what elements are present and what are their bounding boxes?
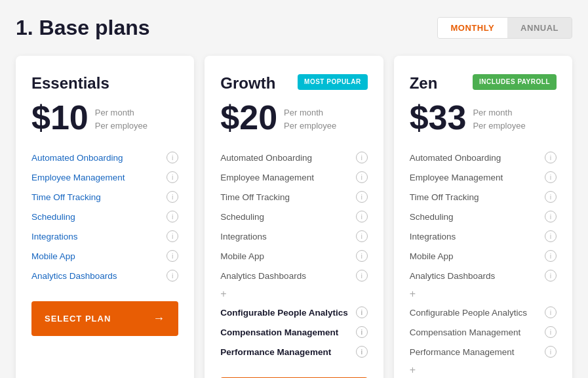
arrow-icon: → (153, 312, 165, 326)
features-list-zen: Automated Onboarding i Employee Manageme… (410, 148, 557, 378)
feature-item: Employee Management i (220, 167, 367, 187)
feature-item[interactable]: Time Off Tracking i (31, 187, 178, 207)
price-details-essentials: Per month Per employee (95, 106, 147, 135)
features-list-essentials: Automated Onboarding i Employee Manageme… (31, 148, 178, 285)
feature-item: Configurable People Analytics i (220, 303, 367, 322)
plans-grid: Essentials $10 Per month Per employee Au… (16, 56, 572, 378)
page-header: 1. Base plans MONTHLY ANNUAL (16, 16, 572, 40)
plan-price-row-growth: $20 Per month Per employee (220, 100, 367, 135)
plan-header-essentials: Essentials (31, 74, 178, 93)
feature-item: Automated Onboarding i (220, 148, 367, 167)
info-icon[interactable]: i (356, 211, 368, 222)
feature-item: Mobile App i (410, 246, 557, 266)
plan-name-essentials: Essentials (31, 74, 109, 93)
feature-item: Compensation Management i (220, 322, 367, 342)
info-icon[interactable]: i (356, 346, 368, 358)
info-icon[interactable]: i (356, 171, 368, 183)
feature-item: Integrations i (220, 226, 367, 246)
info-icon[interactable]: i (545, 230, 557, 242)
plus-separator-2: + (410, 362, 557, 378)
feature-item[interactable]: Scheduling i (31, 207, 178, 226)
info-icon[interactable]: i (167, 152, 178, 163)
feature-item[interactable]: Mobile App i (31, 246, 178, 266)
monthly-toggle[interactable]: MONTHLY (438, 18, 508, 38)
info-icon[interactable]: i (356, 250, 368, 262)
info-icon[interactable]: i (356, 152, 368, 163)
feature-item: Performance Management i (220, 342, 367, 362)
plan-price-essentials: $10 (31, 100, 88, 135)
plan-name-growth: Growth (220, 74, 275, 93)
page-title: 1. Base plans (16, 16, 150, 40)
feature-item: Employee Management i (410, 167, 557, 187)
plan-card-growth: Growth MOST POPULAR $20 Per month Per em… (205, 56, 383, 378)
info-icon[interactable]: i (167, 211, 178, 222)
plan-header-zen: Zen INCLUDES PAYROLL (410, 74, 557, 93)
price-details-growth: Per month Per employee (284, 106, 336, 135)
plan-name-zen: Zen (410, 74, 438, 93)
feature-item[interactable]: Analytics Dashboards i (31, 266, 178, 285)
badge-payroll: INCLUDES PAYROLL (473, 74, 557, 90)
feature-item: Compensation Management i (410, 322, 557, 342)
info-icon[interactable]: i (167, 270, 178, 282)
plan-card-essentials: Essentials $10 Per month Per employee Au… (16, 56, 194, 378)
plan-header-growth: Growth MOST POPULAR (220, 74, 367, 93)
plus-separator: + (410, 285, 557, 303)
plan-price-zen: $33 (410, 100, 467, 135)
info-icon[interactable]: i (545, 152, 557, 163)
info-icon[interactable]: i (545, 270, 557, 282)
feature-item: Time Off Tracking i (220, 187, 367, 207)
feature-item: Analytics Dashboards i (410, 266, 557, 285)
features-list-growth: Automated Onboarding i Employee Manageme… (220, 148, 367, 362)
plan-card-zen: Zen INCLUDES PAYROLL $33 Per month Per e… (394, 56, 572, 378)
feature-item[interactable]: Automated Onboarding i (31, 148, 178, 167)
badge-popular: MOST POPULAR (298, 74, 368, 90)
feature-item: Scheduling i (410, 207, 557, 226)
info-icon[interactable]: i (167, 191, 178, 203)
info-icon[interactable]: i (356, 270, 368, 282)
info-icon[interactable]: i (545, 191, 557, 203)
price-details-zen: Per month Per employee (473, 106, 525, 135)
feature-item: Integrations i (410, 226, 557, 246)
info-icon[interactable]: i (545, 306, 557, 318)
info-icon[interactable]: i (356, 230, 368, 242)
feature-item: Automated Onboarding i (410, 148, 557, 167)
feature-item: Time Off Tracking i (410, 187, 557, 207)
plan-price-row-zen: $33 Per month Per employee (410, 100, 557, 135)
feature-item[interactable]: Integrations i (31, 226, 178, 246)
feature-item: Mobile App i (220, 246, 367, 266)
info-icon[interactable]: i (356, 326, 368, 338)
info-icon[interactable]: i (545, 326, 557, 338)
feature-item: Analytics Dashboards i (220, 266, 367, 285)
info-icon[interactable]: i (167, 250, 178, 262)
feature-item: Performance Management i (410, 342, 557, 362)
info-icon[interactable]: i (545, 171, 557, 183)
info-icon[interactable]: i (356, 306, 368, 318)
feature-item: Configurable People Analytics i (410, 303, 557, 322)
select-plan-button-essentials[interactable]: SELECT PLAN → (31, 301, 178, 336)
plus-separator: + (220, 285, 367, 303)
info-icon[interactable]: i (545, 211, 557, 222)
info-icon[interactable]: i (167, 230, 178, 242)
billing-toggle[interactable]: MONTHLY ANNUAL (437, 17, 572, 39)
plan-price-row-essentials: $10 Per month Per employee (31, 100, 178, 135)
annual-toggle[interactable]: ANNUAL (507, 18, 572, 38)
info-icon[interactable]: i (545, 250, 557, 262)
info-icon[interactable]: i (356, 191, 368, 203)
feature-item: Scheduling i (220, 207, 367, 226)
info-icon[interactable]: i (545, 346, 557, 358)
info-icon[interactable]: i (167, 171, 178, 183)
plan-price-growth: $20 (220, 100, 277, 135)
feature-item[interactable]: Employee Management i (31, 167, 178, 187)
